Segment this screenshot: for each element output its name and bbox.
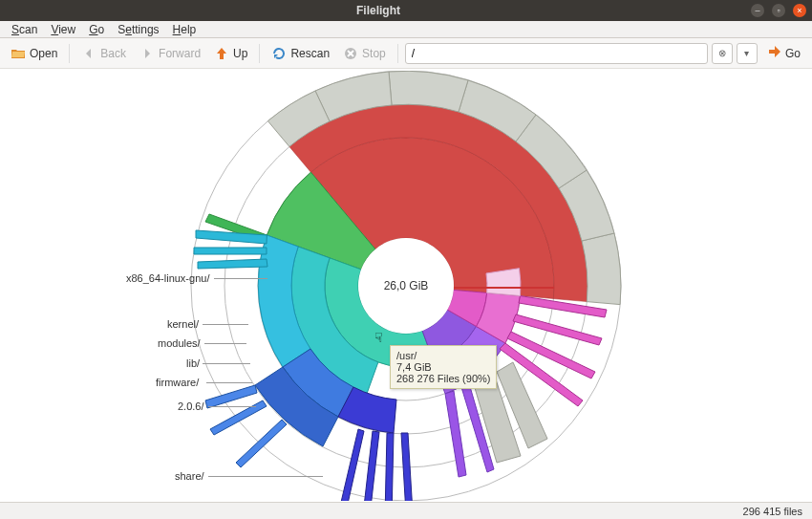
tooltip-size: 7,4 GiB	[396, 361, 490, 373]
up-label: Up	[233, 47, 247, 60]
open-button[interactable]: Open	[6, 44, 62, 63]
maximize-button[interactable]: ▫	[772, 4, 785, 17]
label-line	[208, 406, 256, 407]
label-kernel: kernel/	[167, 318, 199, 330]
clear-location-button[interactable]: ⊗	[712, 43, 733, 64]
menu-go[interactable]: Go	[83, 22, 110, 37]
location-dropdown-button[interactable]: ▾	[737, 43, 758, 64]
separator	[259, 44, 260, 63]
location-bar: ⊗ ▾	[405, 43, 758, 64]
label-line	[203, 363, 250, 364]
folder-open-icon	[11, 46, 26, 61]
stop-icon	[343, 46, 358, 61]
rescan-button[interactable]: Rescan	[267, 44, 334, 63]
menu-scan[interactable]: Scan	[6, 22, 43, 37]
label-line	[203, 324, 248, 325]
refresh-icon	[271, 46, 287, 61]
label-lib: lib/	[186, 357, 200, 369]
go-label: Go	[785, 47, 801, 60]
titlebar: Filelight – ▫ ×	[0, 0, 812, 21]
toolbar: Open Back Forward Up Rescan Stop ⊗ ▾	[0, 38, 812, 69]
label-firmware: firmware/	[156, 377, 199, 388]
label-modules: modules/	[158, 337, 201, 349]
location-input[interactable]	[405, 43, 708, 64]
forward-label: Forward	[159, 47, 201, 60]
chart-area[interactable]: 26,0 GiB x86_64-linux-gnu/ kernel/ modul…	[0, 69, 812, 502]
stop-label: Stop	[362, 47, 386, 60]
go-button[interactable]: Go	[761, 42, 806, 64]
open-label: Open	[30, 47, 57, 60]
segment-indigo-share[interactable]	[338, 387, 413, 501]
menubar: Scan View Go Settings Help	[0, 21, 812, 38]
chevron-right-icon	[139, 46, 155, 61]
close-button[interactable]: ×	[793, 4, 806, 17]
minimize-button[interactable]: –	[751, 4, 764, 17]
label-ver: 2.0.6/	[178, 400, 204, 412]
forward-button[interactable]: Forward	[135, 44, 205, 63]
segment-palepink[interactable]	[486, 268, 521, 295]
label-line	[208, 476, 323, 477]
separator	[397, 44, 398, 63]
up-button[interactable]: Up	[209, 44, 252, 63]
label-line	[214, 278, 267, 279]
go-arrow-icon	[767, 44, 782, 62]
menu-help[interactable]: Help	[167, 22, 203, 37]
status-file-count: 296 415 files	[743, 506, 802, 517]
label-line	[206, 382, 252, 383]
window-title: Filelight	[6, 4, 751, 17]
tooltip-path: /usr/	[396, 350, 490, 361]
label-x86: x86_64-linux-gnu/	[126, 272, 209, 284]
label-share: share/	[175, 470, 204, 482]
menu-view[interactable]: View	[45, 22, 81, 37]
back-label: Back	[100, 47, 126, 60]
arrow-up-icon	[214, 46, 229, 61]
window-controls: – ▫ ×	[751, 4, 806, 17]
menu-settings[interactable]: Settings	[112, 22, 164, 37]
center-size-label[interactable]: 26,0 GiB	[358, 238, 454, 334]
tooltip-files: 268 276 Files (90%)	[396, 373, 490, 384]
label-line	[204, 343, 246, 344]
center-size-text: 26,0 GiB	[384, 279, 429, 292]
hover-tooltip: /usr/ 7,4 GiB 268 276 Files (90%)	[390, 345, 497, 389]
chevron-left-icon	[81, 46, 96, 61]
rescan-label: Rescan	[290, 47, 330, 60]
statusbar: 296 415 files	[0, 502, 812, 519]
back-button[interactable]: Back	[76, 44, 131, 63]
segment-cyan-spikes[interactable]	[194, 230, 267, 269]
separator	[69, 44, 70, 63]
stop-button[interactable]: Stop	[338, 44, 391, 63]
